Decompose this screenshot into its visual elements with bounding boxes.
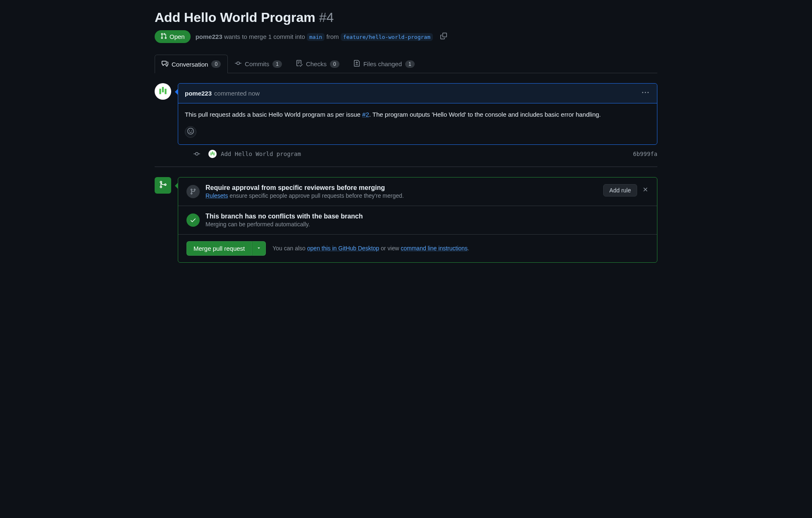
merge-help-text: You can also open this in GitHub Desktop… (272, 245, 469, 252)
tab-files-count: 1 (405, 60, 415, 68)
cli-instructions-link[interactable]: command line instructions (401, 245, 468, 252)
check-icon (186, 213, 200, 227)
svg-rect-3 (210, 152, 211, 155)
avatar[interactable] (155, 83, 171, 100)
open-in-desktop-link[interactable]: open this in GitHub Desktop (307, 245, 379, 252)
merge-status-badge (155, 177, 171, 194)
svg-rect-2 (165, 89, 166, 94)
git-commit-icon (193, 151, 200, 158)
pr-branch-meta: pome223 wants to merge 1 commit into mai… (196, 33, 433, 40)
comment-discussion-icon (162, 60, 168, 68)
tab-conversation-label: Conversation (172, 61, 208, 68)
copy-branch-button[interactable] (438, 31, 449, 43)
tab-files-changed[interactable]: Files changed 1 (346, 55, 422, 73)
pr-author-link[interactable]: pome223 (196, 33, 222, 40)
git-commit-icon (235, 60, 241, 68)
svg-rect-1 (162, 87, 164, 92)
triangle-down-icon (256, 245, 261, 252)
tab-commits-count: 1 (272, 60, 282, 68)
tab-commits-label: Commits (245, 60, 269, 67)
base-branch-chip[interactable]: main (307, 33, 325, 41)
comment-body-text-after: . The program outputs 'Hello World' to t… (369, 111, 601, 118)
pr-title-text: Add Hello World Program (155, 10, 315, 25)
comment-actions-menu[interactable] (640, 88, 650, 99)
rule-suggestion-desc: Rulesets ensure specific people approve … (205, 192, 597, 199)
rule-suggestion-desc-text: ensure specific people approve pull requ… (228, 192, 404, 199)
head-branch-chip[interactable]: feature/hello-world-program (341, 33, 433, 41)
state-label: Open (170, 33, 185, 40)
merge-options-dropdown[interactable] (252, 241, 266, 256)
comment-body: This pull request adds a basic Hello Wor… (178, 103, 657, 126)
comment-body-text: This pull request adds a basic Hello Wor… (185, 111, 362, 118)
tab-checks-label: Checks (306, 60, 327, 67)
tab-checks-count: 0 (330, 60, 339, 68)
comment-box: pome223 commented now This pull request … (178, 83, 657, 145)
pr-meta-from: from (327, 33, 339, 40)
tab-conversation-count: 0 (211, 60, 221, 68)
commit-hash-link[interactable]: 6b999fa (633, 151, 657, 157)
tab-commits[interactable]: Commits 1 (228, 55, 289, 73)
pr-tabs: Conversation 0 Commits 1 Checks 0 Files … (155, 55, 657, 73)
no-conflicts-desc: Merging can be performed automatically. (205, 221, 649, 228)
pr-title: Add Hello World Program #4 (155, 10, 334, 25)
svg-rect-4 (212, 151, 213, 154)
add-rule-button[interactable]: Add rule (603, 184, 637, 197)
no-conflicts-title: This branch has no conflicts with the ba… (205, 213, 649, 220)
close-icon (642, 187, 649, 194)
git-branch-icon (186, 185, 200, 198)
smiley-icon (187, 128, 194, 136)
merge-pull-request-button[interactable]: Merge pull request (186, 241, 252, 256)
merge-panel: Require approval from specific reviewers… (178, 177, 657, 263)
dismiss-suggestion-button[interactable] (642, 186, 649, 194)
comment-author-link[interactable]: pome223 (185, 90, 212, 97)
issue-reference-link[interactable]: #2 (362, 111, 369, 118)
timeline-divider (155, 166, 657, 167)
copy-icon (440, 33, 447, 41)
add-reaction-button[interactable] (185, 126, 196, 138)
file-diff-icon (353, 60, 360, 68)
svg-rect-0 (159, 89, 161, 94)
pr-number: #4 (319, 10, 334, 25)
rulesets-link[interactable]: Rulesets (205, 192, 228, 199)
pr-meta-text: wants to merge 1 commit into (224, 33, 305, 40)
state-badge-open: Open (155, 30, 191, 43)
timeline-commit-row: Add Hello World program 6b999fa (155, 145, 657, 166)
comment-timestamp[interactable]: commented now (214, 90, 260, 97)
git-merge-icon (159, 180, 167, 190)
rule-suggestion-title: Require approval from specific reviewers… (205, 184, 597, 192)
tab-checks[interactable]: Checks 0 (289, 55, 346, 73)
kebab-horizontal-icon (642, 91, 649, 97)
commit-message-link[interactable]: Add Hello World program (221, 151, 301, 157)
svg-rect-5 (213, 152, 214, 155)
checklist-icon (296, 60, 303, 68)
commit-author-avatar[interactable] (208, 150, 217, 158)
tab-files-label: Files changed (363, 60, 402, 67)
tab-conversation[interactable]: Conversation 0 (155, 55, 228, 73)
git-pull-request-icon (160, 33, 167, 41)
